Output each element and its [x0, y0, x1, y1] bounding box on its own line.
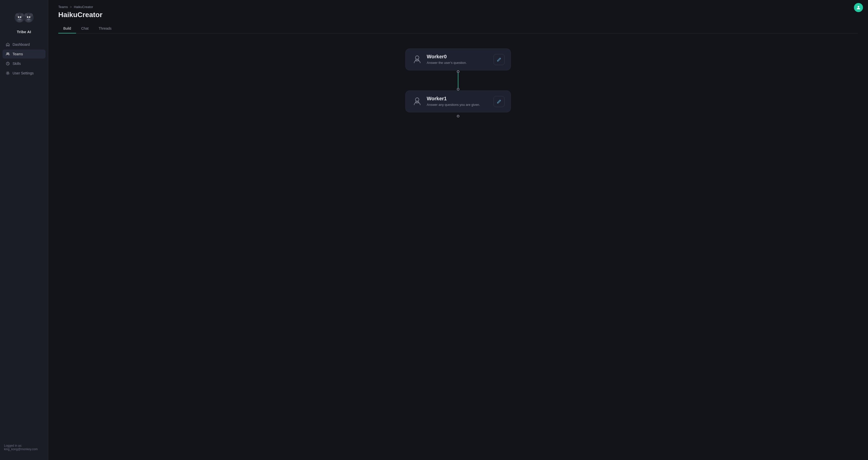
- sidebar-item-user-settings-label: User Settings: [12, 71, 34, 75]
- svg-point-13: [27, 18, 30, 20]
- main-content: Teams > HaikuCreator HaikuCreator Build …: [48, 0, 868, 460]
- skills-icon: [5, 61, 10, 66]
- worker1-desc: Answer any questions you are given.: [427, 103, 490, 107]
- breadcrumb: Teams > HaikuCreator: [58, 5, 858, 9]
- svg-point-12: [29, 16, 30, 18]
- teams-icon: [5, 52, 10, 56]
- tab-build[interactable]: Build: [58, 24, 76, 33]
- home-icon: [5, 42, 10, 47]
- worker1-name: Worker1: [427, 96, 490, 102]
- avatar-button[interactable]: [854, 3, 863, 12]
- worker1-node: Worker1 Answer any questions you are giv…: [405, 90, 511, 112]
- svg-point-9: [29, 13, 33, 17]
- worker0-name: Worker0: [427, 54, 490, 60]
- svg-point-21: [415, 98, 419, 101]
- tabs: Build Chat Threads: [58, 24, 858, 33]
- sidebar-item-teams[interactable]: Teams: [2, 50, 45, 59]
- tab-threads[interactable]: Threads: [94, 24, 117, 33]
- breadcrumb-current: HaikuCreator: [74, 5, 93, 9]
- workflow: Worker0 Answer the user's question.: [405, 49, 511, 117]
- canvas-area: Worker0 Answer the user's question.: [48, 33, 868, 460]
- svg-point-6: [18, 18, 21, 20]
- tab-chat[interactable]: Chat: [76, 24, 94, 33]
- connector-dot-bottom: [457, 88, 459, 90]
- brand-name: Tribe AI: [17, 30, 31, 34]
- breadcrumb-separator: >: [70, 5, 72, 9]
- connector-line: [458, 73, 458, 88]
- worker1-info: Worker1 Answer any questions you are giv…: [427, 96, 490, 107]
- tribe-ai-logo: [11, 7, 37, 28]
- svg-point-4: [18, 16, 19, 18]
- sidebar-footer: Logged in as: king_kong@monkey.com: [0, 440, 48, 455]
- svg-point-5: [20, 16, 21, 18]
- svg-point-11: [27, 16, 28, 18]
- sidebar: Tribe AI Dashboard Teams: [0, 0, 48, 460]
- sidebar-item-skills-label: Skills: [12, 62, 21, 66]
- connector-dot-top: [457, 70, 459, 73]
- user-email: king_kong@monkey.com: [4, 448, 44, 451]
- worker1-edit-button[interactable]: [494, 96, 504, 107]
- svg-point-18: [858, 6, 860, 8]
- topbar: [849, 0, 868, 15]
- svg-point-14: [7, 53, 8, 54]
- sidebar-item-dashboard[interactable]: Dashboard: [2, 40, 45, 49]
- logged-in-label: Logged in as:: [4, 444, 44, 448]
- settings-icon: [5, 71, 10, 76]
- svg-point-8: [24, 13, 28, 17]
- worker0-desc: Answer the user's question.: [427, 61, 490, 65]
- sidebar-brand: Tribe AI: [0, 5, 48, 40]
- sidebar-item-skills[interactable]: Skills: [2, 59, 45, 68]
- nav-menu: Dashboard Teams Skills: [0, 40, 48, 78]
- breadcrumb-parent[interactable]: Teams: [58, 5, 68, 9]
- bottom-connector: [457, 112, 459, 117]
- sidebar-item-dashboard-label: Dashboard: [12, 42, 30, 47]
- page-header: Teams > HaikuCreator HaikuCreator Build …: [48, 0, 868, 33]
- sidebar-item-user-settings[interactable]: User Settings: [2, 68, 45, 78]
- connector-top: [456, 70, 461, 90]
- worker0-icon: [412, 54, 423, 65]
- page-title: HaikuCreator: [58, 11, 858, 19]
- worker0-node: Worker0 Answer the user's question.: [405, 49, 511, 70]
- svg-point-2: [20, 13, 24, 17]
- svg-point-15: [8, 53, 9, 54]
- worker1-icon: [412, 96, 423, 107]
- sidebar-item-teams-label: Teams: [12, 52, 23, 56]
- connector-dot-end: [457, 115, 459, 117]
- svg-point-17: [7, 73, 8, 74]
- svg-point-1: [15, 13, 19, 17]
- worker0-edit-button[interactable]: [494, 54, 504, 65]
- worker0-info: Worker0 Answer the user's question.: [427, 54, 490, 65]
- svg-point-19: [415, 56, 419, 59]
